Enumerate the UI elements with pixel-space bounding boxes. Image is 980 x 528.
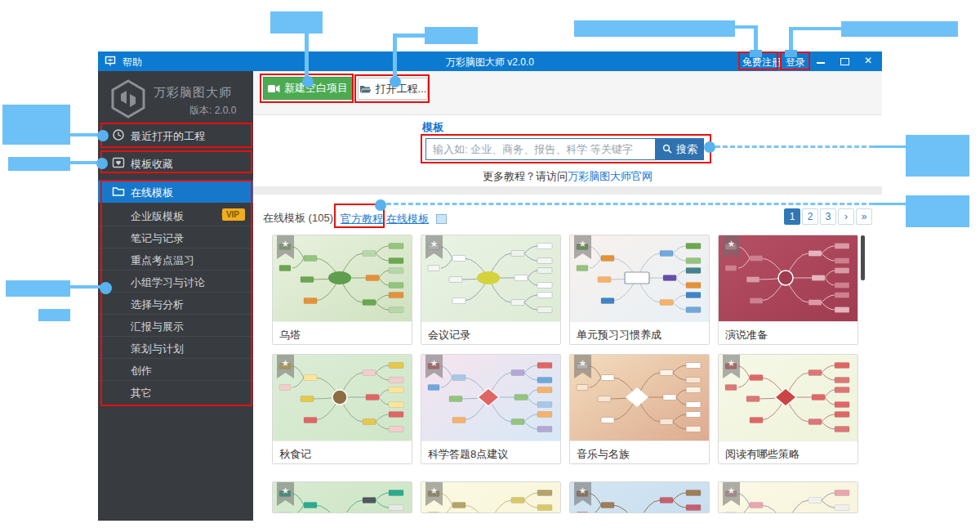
star-icon: ★: [728, 485, 736, 495]
connector-dot: [96, 158, 108, 169]
close-icon[interactable]: ✕: [864, 55, 872, 66]
connector-line: [305, 34, 309, 78]
search-tip: 更多教程？请访问万彩脑图大师官网: [253, 169, 882, 184]
template-title: 演说准备: [719, 321, 858, 344]
sidebar-category-label: 笔记与记录: [131, 231, 184, 246]
template-thumbnail: ★: [273, 355, 412, 441]
tutorial-link[interactable]: 官方教程: [341, 212, 383, 226]
sidebar-item-label: 模板收藏: [131, 157, 173, 172]
template-card[interactable]: ★阅读有哪些策略: [718, 354, 858, 464]
pagination-page-›[interactable]: ›: [838, 208, 854, 225]
star-icon: ★: [579, 358, 587, 368]
template-card[interactable]: ★会议记录: [421, 235, 561, 345]
callout-search: [906, 135, 969, 177]
template-thumbnail: ★: [719, 235, 858, 321]
official-site-link[interactable]: 万彩脑图大师官网: [568, 170, 653, 182]
sidebar-category-item[interactable]: 企业版模板VIP: [98, 204, 253, 226]
template-card[interactable]: ★: [272, 481, 412, 513]
minimize-icon[interactable]: [817, 62, 825, 64]
content-area: 新建空白项目 打开工程... 模板 搜索 更多教程？请访问万彩脑图大师官: [253, 71, 882, 521]
connector-line: [70, 285, 101, 289]
template-title: 乌塔: [273, 321, 412, 344]
template-thumbnail: ★: [421, 482, 560, 512]
template-card[interactable]: ★: [421, 481, 561, 513]
sidebar-category-list: 企业版模板VIP笔记与记录重点考点温习小组学习与讨论选择与分析汇报与展示策划与计…: [98, 204, 253, 403]
callout-favorites: [8, 157, 70, 171]
template-title: 秋食记: [273, 441, 412, 463]
sidebar-category-label: 其它: [131, 386, 152, 400]
pagination-page-»[interactable]: »: [856, 208, 872, 225]
online-templates-link[interactable]: 在线模板: [386, 212, 429, 226]
callout-login: [841, 21, 958, 37]
star-icon: ★: [430, 239, 439, 248]
sidebar-category-item[interactable]: 选择与分析: [98, 293, 253, 315]
sidebar-category-item[interactable]: 笔记与记录: [98, 226, 253, 248]
template-thumbnail: ★: [719, 482, 858, 512]
connector-line: [754, 25, 758, 51]
login-link[interactable]: 登录: [786, 56, 805, 69]
template-thumbnail: ★: [570, 482, 709, 512]
template-card[interactable]: ★单元预习习惯养成: [569, 235, 710, 345]
sidebar-item-recent[interactable]: 最近打开的工程: [98, 123, 253, 147]
connector-line: [789, 27, 841, 30]
sidebar-category-item[interactable]: 策划与计划: [98, 337, 253, 359]
callout-new-project: [270, 11, 323, 34]
template-thumbnail: ★: [273, 235, 412, 321]
connector-cap: [750, 50, 762, 57]
sidebar-category-label: 选择与分析: [131, 298, 184, 312]
connector-dot: [390, 76, 401, 87]
tip-text: 更多教程？请访问: [483, 170, 568, 182]
maximize-icon[interactable]: [840, 58, 849, 65]
callout-tutorial: [906, 195, 969, 227]
pagination-page-3[interactable]: 3: [820, 208, 836, 225]
callout-open-project: [425, 27, 478, 44]
folder-icon: [112, 186, 125, 199]
section-divider: [253, 186, 882, 195]
register-link[interactable]: 免费注册: [742, 56, 782, 69]
connector-dot: [100, 282, 112, 294]
sidebar-item-online-templates[interactable]: 在线模板: [98, 181, 253, 203]
sidebar: 万彩脑图大师 版本: 2.0.0 最近打开的工程 模板收藏 在线模板: [98, 71, 253, 521]
page: 帮助 万彩脑图大师 v2.0.0 免费注册 登录 ✕ 万彩脑图大师 版本: 2.…: [0, 0, 980, 528]
sidebar-category-item[interactable]: 小组学习与讨论: [98, 271, 253, 293]
pagination-page-1[interactable]: 1: [784, 208, 800, 225]
template-card[interactable]: ★: [718, 481, 858, 513]
template-card[interactable]: ★科学答题8点建议: [421, 354, 561, 464]
sidebar-category-item[interactable]: 汇报与展示: [98, 315, 253, 337]
sidebar-item-label: 在线模板: [131, 186, 173, 200]
pagination-page-2[interactable]: 2: [802, 208, 818, 225]
connector-line: [70, 133, 100, 136]
template-card[interactable]: ★音乐与名族: [569, 354, 710, 464]
scrollbar-thumb[interactable]: [861, 235, 865, 280]
sidebar-item-label: 最近打开的工程: [131, 129, 205, 144]
callout-register: [574, 20, 735, 37]
connector-line: [393, 34, 425, 38]
connector-dashed-line: [715, 145, 874, 148]
connector-line: [874, 203, 906, 205]
template-card[interactable]: ★秋食记: [272, 354, 412, 464]
sidebar-category-label: 创作: [131, 364, 152, 378]
template-card[interactable]: ★: [569, 481, 710, 513]
template-card[interactable]: ★乌塔: [272, 235, 412, 345]
star-icon: ★: [579, 485, 587, 495]
template-card[interactable]: ★演说准备: [718, 235, 858, 345]
template-title: 科学答题8点建议: [421, 441, 560, 463]
search-input[interactable]: [425, 138, 656, 160]
connector-line: [789, 27, 793, 51]
star-icon: ★: [430, 485, 439, 495]
search-button[interactable]: 搜索: [656, 138, 704, 160]
template-thumbnail: ★: [570, 235, 709, 321]
callout-recent: [2, 105, 70, 145]
template-thumbnail: ★: [421, 355, 560, 441]
sidebar-category-item[interactable]: 其它: [98, 381, 253, 403]
vip-badge: VIP: [222, 208, 245, 221]
template-title: 会议记录: [421, 321, 560, 344]
search-icon: [662, 139, 672, 161]
connector-dot: [302, 76, 314, 87]
sidebar-category-item[interactable]: 创作: [98, 359, 253, 381]
template-thumbnail: ★: [273, 482, 412, 512]
sidebar-category-item[interactable]: 重点考点温习: [98, 248, 253, 271]
app-version: 版本: 2.0.0: [189, 104, 236, 118]
sidebar-item-favorites[interactable]: 模板收藏: [98, 150, 253, 173]
view-toggle-checkbox[interactable]: [436, 214, 447, 224]
